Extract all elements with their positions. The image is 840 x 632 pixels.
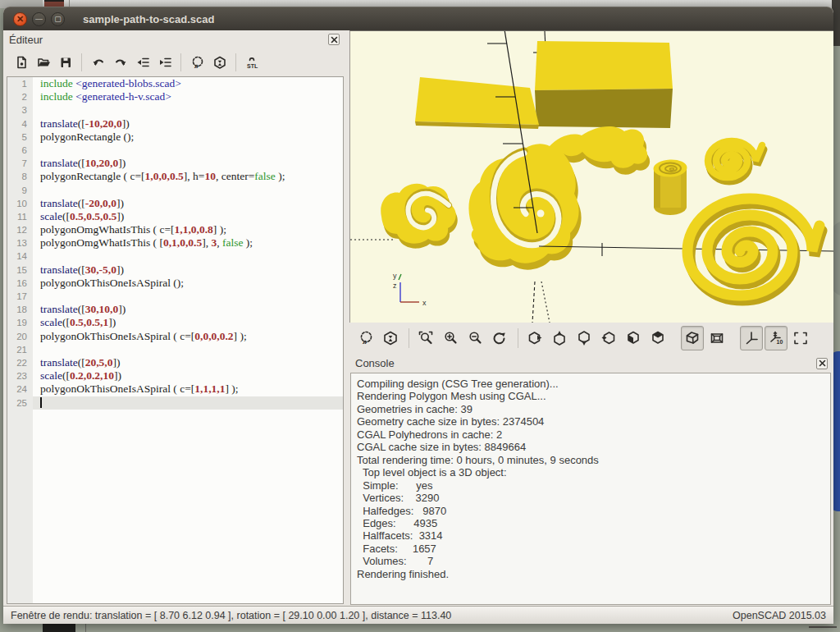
- code-lines: 1include <generated-blobs.scad>2include …: [7, 77, 343, 410]
- code-line[interactable]: 15translate([30,-5,0]): [7, 263, 343, 277]
- window-close-button[interactable]: ✕: [13, 12, 27, 26]
- save-button[interactable]: [54, 52, 76, 74]
- show-crosshairs-button[interactable]: [789, 326, 812, 350]
- zoom-out-button[interactable]: [463, 326, 486, 350]
- code-line[interactable]: 14: [7, 250, 343, 263]
- code-line[interactable]: 17: [7, 290, 343, 303]
- openscad-window: ✕ — ▢ sample-path-to-scad.scad Éditeur: [3, 7, 833, 624]
- small-spiral: [708, 141, 764, 181]
- console-close-icon[interactable]: [816, 358, 828, 369]
- 3d-scene: y z x: [350, 31, 833, 323]
- preview-button-2[interactable]: »: [354, 326, 377, 350]
- preview-button[interactable]: »: [186, 52, 208, 74]
- console-line: Rendering Polygon Mesh using CGAL...: [357, 390, 824, 402]
- reset-view-button[interactable]: [488, 326, 511, 350]
- new-file-button[interactable]: [10, 52, 32, 74]
- redo-button[interactable]: [109, 52, 131, 74]
- console-line: Halffacets: 3314: [357, 529, 824, 542]
- console-header: Console: [349, 354, 833, 373]
- code-line[interactable]: 5polygonRectangle ();: [7, 131, 343, 144]
- console-line: Facets: 1657: [357, 543, 824, 555]
- svg-text:»: »: [194, 62, 199, 71]
- editor-toolbar: » STL: [3, 48, 345, 76]
- console-line: Vertices: 3290: [357, 492, 824, 504]
- box-right-top: [535, 41, 673, 90]
- view-bottom-button[interactable]: [573, 326, 596, 350]
- code-line[interactable]: 8polygonRectangle ( c=[1,0,0,0.5], h=10,…: [7, 170, 343, 183]
- code-line[interactable]: 16polygonOkThisOneIsASpiral ();: [7, 277, 343, 290]
- indent-button[interactable]: [153, 52, 176, 74]
- console-output[interactable]: Compiling design (CSG Tree generation)..…: [350, 373, 831, 605]
- undo-button[interactable]: [87, 52, 109, 74]
- code-line[interactable]: 25: [7, 396, 343, 410]
- view-front-button[interactable]: [622, 326, 645, 350]
- view-orthogonal-button[interactable]: [705, 326, 728, 350]
- code-line[interactable]: 21: [7, 343, 343, 356]
- code-line[interactable]: 6: [7, 144, 343, 157]
- show-scale-markers-button[interactable]: 10: [765, 326, 788, 350]
- console-line: CGAL cache size in bytes: 8849664: [357, 441, 824, 453]
- box-right-front: [535, 89, 673, 128]
- show-axes-button[interactable]: [740, 326, 763, 350]
- code-line[interactable]: 13polygonOmgWhatIsThis ( [0,1,0,0.5], 3,…: [7, 236, 343, 250]
- code-line[interactable]: 9: [7, 184, 343, 197]
- code-line[interactable]: 12polygonOmgWhatIsThis ( c=[1,1,0,0.8] )…: [7, 223, 343, 236]
- open-file-button[interactable]: [32, 52, 54, 74]
- console-line: Rendering finished.: [357, 568, 824, 580]
- console-line: Geometries in cache: 39: [357, 403, 824, 415]
- code-line[interactable]: 19scale([0.5,0.5,1]): [7, 316, 343, 329]
- code-line[interactable]: 7translate([10,20,0]): [7, 157, 343, 170]
- svg-text:»: »: [363, 337, 368, 346]
- zoom-in-button[interactable]: [439, 326, 462, 350]
- view-right-button[interactable]: [523, 326, 546, 350]
- code-line[interactable]: 11scale([0.5,0.5,0.5]): [7, 210, 343, 223]
- code-line[interactable]: 18translate([30,10,0]): [7, 303, 343, 316]
- code-line[interactable]: 24polygonOkThisOneIsASpiral ( c=[1,1,1,1…: [7, 382, 343, 396]
- code-line[interactable]: 22translate([20,5,0]): [7, 356, 343, 369]
- large-spiral: [687, 199, 822, 300]
- window-title: sample-path-to-scad.scad: [83, 13, 214, 25]
- console-line: Geometry cache size in bytes: 2374504: [357, 415, 824, 428]
- 3d-viewport[interactable]: y z x: [349, 30, 833, 323]
- code-line[interactable]: 1include <generated-blobs.scad>: [7, 77, 343, 90]
- large-spiral-blob: [468, 126, 650, 270]
- code-line[interactable]: 2include <generated-h-v.scad>: [7, 90, 343, 103]
- svg-text:STL: STL: [247, 63, 258, 69]
- export-stl-button[interactable]: STL: [241, 52, 263, 74]
- axis-label-y: y: [393, 272, 397, 280]
- render-button-2[interactable]: [379, 326, 402, 350]
- console-line: Top level object is a 3D object:: [357, 466, 824, 479]
- render-button[interactable]: [208, 52, 231, 74]
- editor-close-icon[interactable]: [328, 34, 340, 45]
- box-left-top: [415, 77, 539, 125]
- console-title: Console: [355, 357, 816, 369]
- unindent-button[interactable]: [131, 52, 153, 74]
- desktop-fragment-dash: [809, 626, 837, 628]
- view-all-button[interactable]: [414, 326, 437, 350]
- view-left-button[interactable]: [597, 326, 620, 350]
- axis-label-x: x: [422, 299, 427, 307]
- status-version: OpenSCAD 2015.03: [733, 610, 826, 621]
- code-line[interactable]: 23scale([0.2,0.2,10]): [7, 369, 343, 382]
- window-minimize-button[interactable]: —: [32, 12, 46, 26]
- console-line: Halfedges: 9870: [357, 505, 824, 517]
- code-editor[interactable]: 1include <generated-blobs.scad>2include …: [7, 76, 344, 604]
- code-line[interactable]: 10translate([-20,0,0]): [7, 197, 343, 210]
- window-maximize-button[interactable]: ▢: [51, 12, 65, 26]
- console-line: Total rendering time: 0 hours, 0 minutes…: [357, 454, 824, 466]
- text-caret: [40, 397, 42, 408]
- window-titlebar[interactable]: ✕ — ▢ sample-path-to-scad.scad: [3, 7, 833, 30]
- code-line[interactable]: 3: [7, 103, 343, 117]
- rolled-cylinder: [653, 158, 687, 215]
- status-camera-info: Fenêtre de rendu: translation = [ 8.70 6…: [11, 610, 733, 621]
- view-perspective-button[interactable]: [681, 326, 704, 350]
- view-back-button[interactable]: [646, 326, 669, 350]
- editor-panel-title: Éditeur: [9, 34, 328, 46]
- small-spiral-blob: [381, 184, 458, 249]
- code-line[interactable]: 4translate([-10,20,0]): [7, 117, 343, 131]
- status-bar: Fenêtre de rendu: translation = [ 8.70 6…: [3, 606, 833, 624]
- axis-indicator: y z x: [393, 272, 427, 307]
- code-line[interactable]: 20polygonOkThisOneIsASpiral ( c=[0,0,0,0…: [7, 330, 343, 343]
- console-line: CGAL Polyhedrons in cache: 2: [357, 428, 824, 441]
- view-top-button[interactable]: [548, 326, 571, 350]
